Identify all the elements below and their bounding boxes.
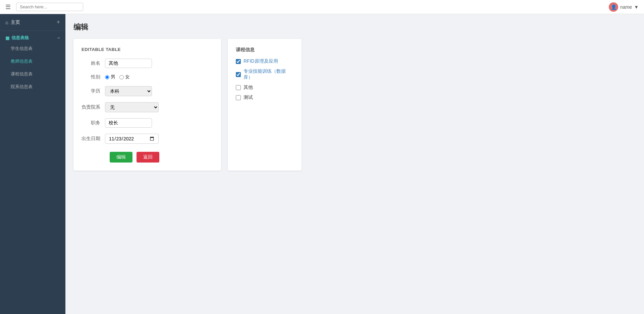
- edit-button[interactable]: 编辑: [110, 152, 132, 163]
- user-area[interactable]: 👤 name ▼: [609, 2, 639, 12]
- avatar: 👤: [609, 2, 618, 12]
- course-checkbox-0[interactable]: [236, 59, 241, 64]
- birthdate-input[interactable]: [105, 134, 159, 144]
- dropdown-icon: ▼: [634, 4, 639, 10]
- gender-female-radio[interactable]: [119, 75, 124, 79]
- course-card-title: 课程信息: [236, 47, 293, 53]
- birthdate-label: 出生日期: [82, 136, 105, 142]
- main-content: 编辑 EDITABLE TABLE 姓名 性别 男: [65, 14, 644, 314]
- sidebar-home: ⌂ 主页 +: [0, 14, 65, 31]
- sidebar-item-student-label: 学生信息表: [11, 46, 33, 51]
- course-checkbox-3[interactable]: [236, 95, 241, 100]
- course-checkbox-2[interactable]: [236, 85, 241, 90]
- home-label: 主页: [11, 19, 20, 25]
- education-select[interactable]: 本科 硕士 博士 专科: [105, 86, 152, 96]
- collapse-icon[interactable]: −: [57, 35, 60, 41]
- section-left: ▦ 信息表格: [5, 35, 29, 41]
- name-label: 姓名: [82, 60, 105, 66]
- layout: ⌂ 主页 + ▦ 信息表格 − 学生信息表 教师信息表 课程信息表 院系信息表: [0, 14, 644, 314]
- plus-button[interactable]: +: [56, 19, 60, 26]
- sidebar-section-header: ▦ 信息表格 −: [0, 31, 65, 42]
- search-input[interactable]: [16, 3, 83, 11]
- position-row: 职务: [82, 118, 213, 128]
- gender-male-radio[interactable]: [105, 75, 109, 79]
- course-label-0[interactable]: RFID原理及应用: [244, 58, 278, 64]
- gender-male-option[interactable]: 男: [105, 74, 115, 80]
- department-label: 负责院系: [82, 104, 105, 110]
- sidebar-item-teacher[interactable]: 教师信息表: [0, 55, 65, 68]
- gender-female-option[interactable]: 女: [119, 74, 130, 80]
- education-row: 学历 本科 硕士 博士 专科: [82, 86, 213, 96]
- user-name: name: [620, 4, 632, 10]
- department-select[interactable]: 无 计算机系 数学系 物理系: [105, 102, 159, 112]
- sidebar-item-student[interactable]: 学生信息表: [0, 42, 65, 55]
- education-label: 学历: [82, 88, 105, 94]
- course-checkbox-1[interactable]: [236, 72, 241, 77]
- course-item-1: 专业技能训练（数据库）: [236, 68, 293, 80]
- position-label: 职务: [82, 120, 105, 126]
- sidebar-nav: 学生信息表 教师信息表 课程信息表 院系信息表: [0, 42, 65, 93]
- gender-male-label: 男: [111, 74, 115, 80]
- course-label-2[interactable]: 其他: [244, 84, 253, 90]
- name-row: 姓名: [82, 59, 213, 68]
- sidebar-item-department-label: 院系信息表: [11, 84, 33, 89]
- hamburger-icon[interactable]: ☰: [5, 3, 11, 11]
- department-row: 负责院系 无 计算机系 数学系 物理系: [82, 102, 213, 112]
- page-title: 编辑: [73, 22, 636, 32]
- button-row: 编辑 返回: [82, 152, 213, 163]
- gender-label: 性别: [82, 74, 105, 80]
- section-label: 信息表格: [11, 35, 29, 41]
- sidebar-item-course[interactable]: 课程信息表: [0, 68, 65, 80]
- grid-icon: ▦: [5, 36, 9, 41]
- content-area: EDITABLE TABLE 姓名 性别 男: [73, 39, 636, 171]
- sidebar: ⌂ 主页 + ▦ 信息表格 − 学生信息表 教师信息表 课程信息表 院系信息表: [0, 14, 65, 314]
- position-input[interactable]: [105, 118, 152, 128]
- gender-row: 性别 男 女: [82, 74, 213, 80]
- back-button[interactable]: 返回: [137, 152, 159, 163]
- sidebar-item-course-label: 课程信息表: [11, 71, 33, 76]
- name-input[interactable]: [105, 59, 152, 68]
- course-label-3[interactable]: 测试: [244, 95, 253, 101]
- sidebar-item-department[interactable]: 院系信息表: [0, 80, 65, 93]
- home-icon: ⌂: [5, 20, 8, 25]
- birthdate-row: 出生日期: [82, 134, 213, 144]
- form-card: EDITABLE TABLE 姓名 性别 男: [73, 39, 221, 171]
- course-item-0: RFID原理及应用: [236, 58, 293, 64]
- course-item-2: 其他: [236, 84, 293, 90]
- course-label-1[interactable]: 专业技能训练（数据库）: [244, 68, 293, 80]
- course-item-3: 测试: [236, 95, 293, 101]
- form-card-title: EDITABLE TABLE: [82, 47, 213, 52]
- topbar: ☰ 👤 name ▼: [0, 0, 644, 14]
- gender-radio-group: 男 女: [105, 74, 130, 80]
- course-card: 课程信息 RFID原理及应用 专业技能训练（数据库） 其他 测试: [228, 39, 302, 171]
- sidebar-item-teacher-label: 教师信息表: [11, 59, 33, 64]
- gender-female-label: 女: [125, 74, 130, 80]
- home-link[interactable]: ⌂ 主页: [5, 19, 20, 25]
